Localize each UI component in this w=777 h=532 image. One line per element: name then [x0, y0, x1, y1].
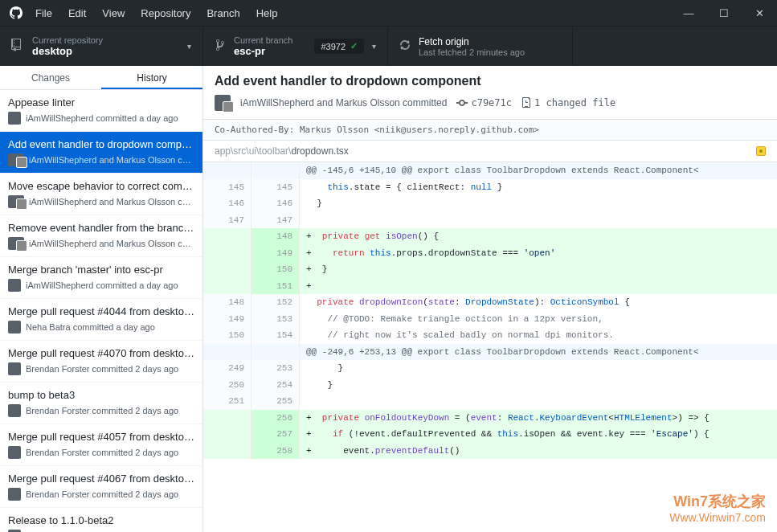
avatar-icon: [8, 362, 21, 375]
avatar-icon: [8, 112, 21, 125]
repo-selector[interactable]: Current repository desktop ▾: [0, 27, 203, 66]
commit-item[interactable]: Move escape behavior to correct compo…iA…: [0, 174, 202, 215]
commit-detail: Add event handler to dropdown component …: [203, 66, 777, 532]
gutter-new: 152: [252, 294, 300, 311]
gutter-new: 146: [252, 195, 300, 212]
commit-item-title: Move escape behavior to correct compo…: [8, 180, 194, 192]
diff-code: +: [300, 278, 777, 295]
commit-item[interactable]: Merge pull request #4067 from desktop/…B…: [0, 466, 202, 508]
commit-item[interactable]: Merge pull request #4044 from desktop/…N…: [0, 299, 202, 341]
commit-item[interactable]: Appease linteriAmWillShepherd committed …: [0, 90, 202, 132]
diff-line: 256+ private onFoldoutKeyDown = (event: …: [203, 410, 777, 427]
menu-bar: FileEditViewRepositoryBranchHelp: [35, 7, 681, 19]
tab-changes[interactable]: Changes: [0, 66, 101, 89]
gutter-old: 250: [203, 377, 252, 394]
branch-label: Current branch: [234, 35, 308, 45]
avatar-icon: [8, 446, 21, 459]
gutter-old: [203, 426, 252, 443]
avatar-icon: [8, 321, 21, 334]
gutter-old: 145: [203, 179, 252, 196]
commit-item[interactable]: Merge branch 'master' into esc-priAmWill…: [0, 257, 202, 299]
commit-sha[interactable]: c79e71c: [456, 96, 512, 109]
file-row[interactable]: app\src\ui\toolbar\dropdown.tsx: [203, 141, 777, 162]
window-maximize-button[interactable]: ☐: [716, 7, 732, 19]
commit-item[interactable]: Release to 1.1.0-beta2Neha Batra committ…: [0, 508, 202, 532]
fetch-button[interactable]: Fetch origin Last fetched 2 minutes ago: [388, 27, 573, 66]
diff-line: @@ -249,6 +253,13 @@ export class Toolba…: [203, 344, 777, 361]
file-path: app\src\ui\toolbar\dropdown.tsx: [215, 145, 750, 157]
menu-item-help[interactable]: Help: [256, 7, 278, 19]
diff-line: 150+ }: [203, 261, 777, 278]
diff-code: + }: [300, 261, 777, 278]
menu-item-edit[interactable]: Edit: [68, 7, 86, 19]
sha-text: c79e71c: [471, 97, 512, 108]
diff-code: + private onFoldoutKeyDown = (event: Rea…: [300, 410, 777, 427]
commit-item-title: Merge pull request #4070 from desktop/…: [8, 347, 194, 359]
gutter-new: 147: [252, 212, 300, 229]
gutter-old: [203, 228, 252, 245]
commit-item-byline: iAmWillShepherd committed a day ago: [26, 280, 178, 290]
gutter-new: 154: [252, 327, 300, 344]
diff-code: // @TODO: Remake triangle octicon in a 1…: [300, 311, 777, 328]
commit-item-byline: iAmWillShepherd committed a day ago: [26, 113, 178, 123]
commit-item-byline: Brendan Forster committed 2 days ago: [26, 448, 178, 457]
diff-code: + if (!event.defaultPrevented && this.is…: [300, 426, 777, 443]
sidebar-tabs: Changes History: [0, 66, 202, 90]
avatar-icon: [8, 153, 24, 166]
commit-byline: iAmWillShepherd and Markus Olsson commit…: [240, 97, 447, 108]
commit-item-byline: iAmWillShepherd and Markus Olsson co…: [29, 197, 194, 207]
commit-item-byline: iAmWillShepherd and Markus Olsson co…: [29, 239, 194, 248]
tab-history[interactable]: History: [101, 66, 202, 89]
toolbar: Current repository desktop ▾ Current bra…: [0, 26, 777, 66]
chevron-down-icon: ▾: [187, 42, 191, 51]
commit-list[interactable]: Appease linteriAmWillShepherd committed …: [0, 90, 202, 532]
diff-code: this.state = { clientRect: null }: [300, 179, 777, 196]
diff-code: + return this.props.dropdownState === 'o…: [300, 245, 777, 262]
detail-header: Add event handler to dropdown component …: [203, 66, 777, 120]
pr-status-badge[interactable]: #3972 ✓: [314, 39, 364, 54]
diff-code: }: [300, 377, 777, 394]
window-controls: — ☐ ✕: [681, 7, 767, 19]
commit-item[interactable]: Remove event handler from the branches…i…: [0, 215, 202, 257]
commit-item-title: bump to beta3: [8, 389, 194, 401]
window-close-button[interactable]: ✕: [751, 7, 767, 19]
commit-item[interactable]: Add event handler to dropdown compon…iAm…: [0, 132, 202, 174]
branch-value: esc-pr: [234, 45, 308, 57]
menu-item-repository[interactable]: Repository: [141, 7, 190, 19]
gutter-old: 249: [203, 360, 252, 377]
diff-line: 250254 }: [203, 377, 777, 394]
commit-item-title: Merge pull request #4044 from desktop/…: [8, 305, 194, 317]
gutter-old: [203, 162, 252, 179]
branch-selector[interactable]: Current branch esc-pr #3972 ✓ ▾: [203, 27, 388, 66]
git-commit-icon: [456, 96, 468, 109]
commit-item-byline: iAmWillShepherd and Markus Olsson co…: [29, 155, 194, 165]
diff-line: 148152 private dropdownIcon(state: Dropd…: [203, 294, 777, 311]
diff-line: @@ -145,6 +145,10 @@ export class Toolba…: [203, 162, 777, 179]
diff-line: 149+ return this.props.dropdownState ===…: [203, 245, 777, 262]
gutter-new: 258: [252, 443, 300, 460]
changed-files[interactable]: 1 changed file: [521, 96, 615, 109]
menu-item-view[interactable]: View: [102, 7, 125, 19]
diff-code: + private get isOpen() {: [300, 228, 777, 245]
diff-icon: [521, 96, 531, 109]
diff-line: 249253 }: [203, 360, 777, 377]
diff-code: // right now it's scaled badly on normal…: [300, 327, 777, 344]
menu-item-branch[interactable]: Branch: [207, 7, 239, 19]
diff-view[interactable]: @@ -145,6 +145,10 @@ export class Toolba…: [203, 162, 777, 532]
commit-item-title: Release to 1.1.0-beta2: [8, 514, 194, 526]
commit-item[interactable]: bump to beta3Brendan Forster committed 2…: [0, 383, 202, 424]
gutter-new: 149: [252, 245, 300, 262]
gutter-old: 146: [203, 195, 252, 212]
gutter-old: [203, 245, 252, 262]
diff-line: 146146 }: [203, 195, 777, 212]
gutter-old: 149: [203, 311, 252, 328]
commit-item[interactable]: Merge pull request #4070 from desktop/…B…: [0, 341, 202, 383]
commit-item[interactable]: Merge pull request #4057 from desktop/…B…: [0, 424, 202, 466]
menu-item-file[interactable]: File: [35, 7, 52, 19]
window-minimize-button[interactable]: —: [681, 7, 697, 19]
gutter-new: 257: [252, 426, 300, 443]
gutter-new: 253: [252, 360, 300, 377]
diff-code: }: [300, 360, 777, 377]
modified-icon: [756, 146, 766, 156]
sync-icon: [399, 39, 411, 54]
